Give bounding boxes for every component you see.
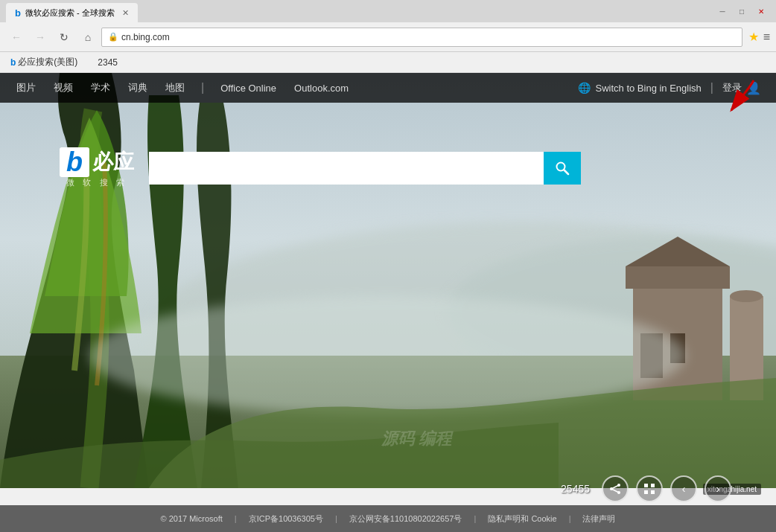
bookmark-2345[interactable]: 2345 bbox=[85, 56, 122, 69]
nav-office[interactable]: Office Online bbox=[219, 80, 278, 97]
nav-separator-1: | bbox=[201, 81, 204, 94]
bing-tab-icon: b bbox=[15, 7, 21, 19]
footer-legal[interactable]: 法律声明 bbox=[582, 513, 615, 525]
bookmark-bing-label: 必应搜索(美图) bbox=[18, 56, 77, 68]
footer-copyright: © 2017 Microsoft bbox=[161, 514, 223, 523]
footer-icp1[interactable]: 京ICP备10036305号 bbox=[249, 513, 323, 525]
share-button[interactable] bbox=[602, 475, 629, 502]
footer-sep-1: | bbox=[235, 514, 237, 523]
bing-b-icon: b bbox=[60, 147, 89, 177]
search-icon bbox=[555, 161, 570, 176]
bing-subtitle: 微 软 搜 索 bbox=[66, 177, 127, 188]
nav-right: 🌐 Switch to Bing in English | 登录 👤 bbox=[578, 81, 761, 95]
svg-rect-19 bbox=[644, 484, 648, 487]
security-icon: 🔒 bbox=[108, 32, 118, 42]
svg-line-17 bbox=[611, 485, 619, 489]
svg-rect-5 bbox=[626, 266, 730, 289]
bing-bookmark-icon: b bbox=[10, 57, 16, 68]
footer: © 2017 Microsoft | 京ICP备10036305号 | 京公网安… bbox=[0, 505, 776, 532]
svg-line-18 bbox=[611, 489, 619, 493]
bookmark-2345-label: 2345 bbox=[98, 57, 118, 68]
close-button[interactable]: ✕ bbox=[752, 5, 770, 17]
svg-rect-21 bbox=[644, 490, 648, 494]
globe-icon: 🌐 bbox=[578, 82, 591, 94]
sign-in-label: 登录 bbox=[722, 81, 742, 94]
address-text: cn.bing.com bbox=[121, 32, 736, 42]
tab-title: 微软必应搜索 - 全球搜索 bbox=[25, 7, 115, 19]
nav-map[interactable]: 地图 bbox=[164, 78, 186, 97]
bookmarks-bar: b 必应搜索(美图) 2345 bbox=[0, 52, 776, 73]
active-tab[interactable]: b 微软必应搜索 - 全球搜索 ✕ bbox=[6, 3, 138, 22]
minimize-button[interactable]: ─ bbox=[713, 5, 731, 17]
maximize-button[interactable]: □ bbox=[733, 5, 751, 17]
forward-button[interactable]: → bbox=[30, 27, 51, 48]
svg-line-13 bbox=[564, 170, 569, 174]
prev-button[interactable]: ‹ bbox=[670, 475, 697, 502]
tab-close-button[interactable]: ✕ bbox=[122, 8, 129, 18]
footer-privacy[interactable]: 隐私声明和 Cookie bbox=[488, 513, 556, 525]
sign-in-area[interactable]: 登录 👤 bbox=[722, 81, 761, 95]
window-controls: ─ □ ✕ bbox=[713, 5, 770, 17]
nav-dictionary[interactable]: 词典 bbox=[127, 78, 149, 97]
bottom-bar: 25455 ‹ › bbox=[561, 475, 731, 502]
nav-video[interactable]: 视频 bbox=[52, 78, 74, 97]
nav-outlook[interactable]: Outlook.com bbox=[293, 80, 350, 97]
menu-button[interactable]: ≡ bbox=[763, 31, 770, 44]
footer-sep-4: | bbox=[569, 514, 571, 523]
nav-images[interactable]: 图片 bbox=[15, 78, 37, 97]
bing-logo-top: b 必应 bbox=[60, 147, 134, 177]
bing-logo: b 必应 微 软 搜 索 bbox=[60, 147, 134, 188]
grid-icon bbox=[643, 483, 655, 495]
svg-point-10 bbox=[730, 290, 763, 302]
search-button[interactable] bbox=[544, 152, 581, 185]
svg-rect-20 bbox=[651, 484, 655, 487]
top-nav: 图片 视频 学术 词典 地图 | Office Online Outlook.c… bbox=[0, 73, 776, 103]
tab-bar: b 微软必应搜索 - 全球搜索 ✕ bbox=[6, 0, 710, 22]
search-box-wrap bbox=[149, 152, 581, 185]
address-bar: ← → ↻ ⌂ 🔒 cn.bing.com ★ ≡ bbox=[0, 22, 776, 52]
title-bar: b 微软必应搜索 - 全球搜索 ✕ ─ □ ✕ bbox=[0, 0, 776, 22]
footer-sep-3: | bbox=[474, 514, 476, 523]
search-section: b 必应 微 软 搜 索 bbox=[0, 103, 776, 218]
footer-sep-2: | bbox=[335, 514, 337, 523]
svg-rect-22 bbox=[651, 490, 655, 494]
back-button[interactable]: ← bbox=[6, 27, 27, 48]
nav-separator-2: | bbox=[710, 81, 713, 94]
bing-text: 必应 bbox=[92, 148, 134, 176]
switch-lang-label: Switch to Bing in English bbox=[595, 83, 701, 94]
bing-page: 图片 视频 学术 词典 地图 | Office Online Outlook.c… bbox=[0, 73, 776, 532]
next-button[interactable]: › bbox=[705, 475, 731, 502]
grid-button[interactable] bbox=[636, 475, 663, 502]
browser-frame: b 微软必应搜索 - 全球搜索 ✕ ─ □ ✕ ← → ↻ ⌂ 🔒 cn.bin… bbox=[0, 0, 776, 532]
search-input[interactable] bbox=[149, 152, 544, 185]
footer-icp2[interactable]: 京公网安备11010802022657号 bbox=[349, 513, 462, 525]
nav-academic[interactable]: 学术 bbox=[89, 78, 112, 97]
user-icon: 👤 bbox=[746, 81, 761, 95]
favorites-star-button[interactable]: ★ bbox=[748, 30, 759, 44]
bookmark-bing[interactable]: b 必应搜索(美图) bbox=[6, 54, 82, 70]
refresh-button[interactable]: ↻ bbox=[54, 27, 74, 48]
switch-language-button[interactable]: 🌐 Switch to Bing in English bbox=[578, 82, 701, 94]
address-input-wrap[interactable]: 🔒 cn.bing.com bbox=[101, 28, 742, 47]
home-button[interactable]: ⌂ bbox=[77, 27, 98, 48]
image-counter: 25455 bbox=[561, 483, 590, 495]
share-icon bbox=[609, 483, 621, 495]
